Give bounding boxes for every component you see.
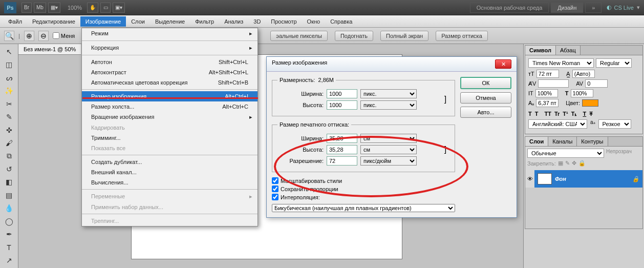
menu-file[interactable]: Файл	[3, 16, 27, 27]
fullscreen-button[interactable]: Полный экран	[380, 31, 428, 41]
menu-view[interactable]: Просмотр	[266, 16, 302, 27]
menu-edit[interactable]: Редактирование	[27, 16, 80, 27]
zoom-in-icon[interactable]: ⊕	[24, 31, 34, 41]
resolution-unit[interactable]: пикс/дюйм	[360, 156, 417, 166]
lock-all-icon[interactable]: 🔒	[578, 160, 586, 167]
menu-item[interactable]: Внешний канал...	[82, 167, 257, 177]
height-input[interactable]	[327, 100, 357, 110]
font-family-select[interactable]: Times New Roman	[528, 58, 594, 68]
height-unit-select[interactable]: пикс.	[360, 100, 417, 110]
layers-tab[interactable]: Слои	[525, 137, 548, 146]
zoom-out-icon[interactable]: ⊖	[38, 31, 49, 41]
document-tab[interactable]: Без имени-1 @ 50%	[18, 44, 81, 55]
paths-tab[interactable]: Контуры	[577, 137, 608, 146]
zoom-tool-icon[interactable]: 🔍	[4, 31, 14, 41]
interpolation-checkbox[interactable]	[272, 194, 278, 200]
pen-tool[interactable]: ✒	[3, 229, 15, 240]
leading-input[interactable]	[572, 70, 595, 78]
font-style-select[interactable]: Regular	[596, 58, 632, 68]
blur-tool[interactable]: 💧	[3, 203, 15, 214]
grid-button[interactable]: ▦▾	[48, 3, 60, 13]
menu-item[interactable]: Треппинг...	[82, 216, 257, 226]
character-tab[interactable]: Символ	[525, 46, 556, 55]
lock-pixels-icon[interactable]: ▦	[558, 160, 563, 167]
menu-item[interactable]: Тримминг...	[82, 133, 257, 143]
menu-item[interactable]: Переменные▸	[82, 191, 257, 202]
scale-styles-checkbox[interactable]	[272, 177, 278, 184]
history-brush-tool[interactable]: ↺	[3, 163, 15, 174]
menu-analysis[interactable]: Анализ	[219, 16, 248, 27]
vscale-input[interactable]	[535, 89, 558, 97]
help-icon[interactable]: ▾	[637, 4, 640, 11]
menu-item[interactable]: Применить набор данных...	[82, 202, 257, 212]
type-tool[interactable]: T	[3, 242, 15, 253]
link-icon-2[interactable]: ]	[441, 145, 449, 154]
print-height-input[interactable]	[327, 145, 357, 154]
view-mini[interactable]: ▭	[100, 3, 111, 13]
real-pixels-button[interactable]: эальные пикселы	[270, 31, 328, 41]
resolution-input[interactable]	[327, 156, 357, 166]
width-input[interactable]	[327, 89, 357, 98]
lasso-tool[interactable]: ᔕ	[3, 72, 15, 83]
menu-item[interactable]: Размер изображения...Alt+Ctrl+I	[82, 91, 257, 101]
resize-checkbox[interactable]: Меня	[53, 32, 75, 39]
cancel-button[interactable]: Отмена	[460, 92, 511, 104]
menu-select[interactable]: Выделение	[150, 16, 190, 27]
heal-tool[interactable]: ✜	[3, 125, 15, 135]
ok-button[interactable]: ОК	[460, 77, 511, 89]
brush-tool[interactable]: 🖌	[3, 137, 15, 148]
menu-window[interactable]: Окно	[302, 16, 326, 27]
crop-tool[interactable]: ✂	[3, 98, 15, 109]
menu-help[interactable]: Справка	[325, 16, 357, 27]
gradient-tool[interactable]: ▤	[3, 190, 15, 200]
dodge-tool[interactable]: ◯	[3, 216, 15, 226]
workspace-more[interactable]: »	[585, 3, 602, 13]
print-height-unit[interactable]: см	[360, 145, 417, 154]
menu-3d[interactable]: 3D	[248, 16, 266, 27]
close-icon[interactable]: ✕	[495, 59, 511, 69]
menu-item[interactable]: Вращение изображения▸	[82, 112, 257, 122]
menu-item[interactable]: Коррекция▸	[82, 43, 257, 53]
menu-item[interactable]: Кадрировать	[82, 122, 257, 133]
layer-row-background[interactable]: Фон 🔒	[534, 170, 642, 188]
blend-mode-select[interactable]: Обычные	[527, 149, 604, 158]
mb-button[interactable]: Mb	[34, 3, 46, 13]
menu-item[interactable]: Размер холста...Alt+Ctrl+C	[82, 101, 257, 112]
channels-tab[interactable]: Каналы	[548, 137, 577, 146]
br-button[interactable]: Br	[22, 3, 32, 13]
stamp-tool[interactable]: ⧉	[3, 151, 15, 161]
move-tool[interactable]: ↖	[3, 46, 15, 57]
interpolation-method-select[interactable]: Бикубическая (наилучшая для плавных град…	[272, 204, 455, 212]
path-tool[interactable]: ↗	[3, 255, 15, 266]
cs-live[interactable]: CS Live	[607, 4, 634, 11]
workspace-design[interactable]: Дизайн	[551, 3, 583, 13]
language-select[interactable]: Английский: США	[528, 119, 587, 129]
fit-button[interactable]: Подогнать	[335, 31, 373, 41]
baseline-input[interactable]	[536, 99, 559, 107]
menu-item[interactable]: Вычисления...	[82, 177, 257, 188]
auto-button[interactable]: Авто...	[460, 107, 511, 118]
hand-mini[interactable]: ✋	[87, 3, 98, 13]
tracking-input[interactable]	[585, 79, 608, 88]
marquee-tool[interactable]: ◫	[3, 59, 15, 70]
lock-brush-icon[interactable]: ✎	[565, 160, 570, 167]
text-color-swatch[interactable]	[582, 99, 598, 107]
zoom-level[interactable]: 100%	[68, 5, 82, 11]
menu-item[interactable]: Создать дубликат...	[82, 157, 257, 167]
menu-item[interactable]: АвтотонShift+Ctrl+L	[82, 57, 257, 67]
menu-item[interactable]: Показать все	[82, 143, 257, 153]
menu-image[interactable]: Изображение	[80, 16, 126, 27]
menu-item[interactable]: АвтоконтрастAlt+Shift+Ctrl+L	[82, 67, 257, 77]
menu-item[interactable]: Режим▸	[82, 28, 257, 39]
menu-layers[interactable]: Слои	[126, 16, 150, 27]
layer-visibility-icon[interactable]: 👁	[525, 170, 534, 188]
font-size-input[interactable]	[536, 70, 559, 78]
lock-move-icon[interactable]: ✥	[572, 160, 576, 167]
paragraph-tab[interactable]: Абзац	[556, 46, 581, 55]
antialias-select[interactable]: Резкое	[598, 119, 631, 129]
menu-filter[interactable]: Фильтр	[190, 16, 219, 27]
workspace-primary[interactable]: Основная рабочая среда	[470, 3, 549, 13]
print-size-button[interactable]: Размер оттиска	[436, 31, 488, 41]
wand-tool[interactable]: ✨	[3, 85, 15, 96]
kerning-input[interactable]	[538, 79, 569, 88]
